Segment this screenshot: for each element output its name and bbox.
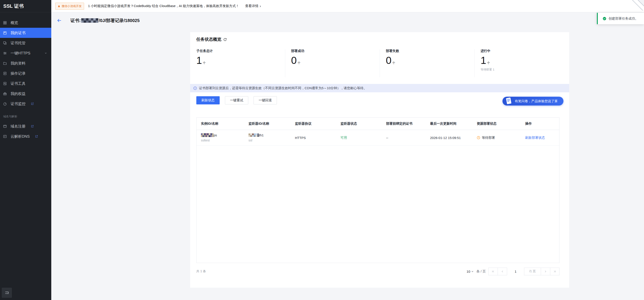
grid-icon xyxy=(3,21,7,25)
cell-instance: ps ssltest xyxy=(196,130,244,146)
certificate-icon xyxy=(3,31,7,35)
page-size-select[interactable]: 10 xyxy=(466,270,474,273)
stat-value: 1 xyxy=(481,55,486,65)
col-deploy-status: 资源部署状态 xyxy=(472,118,521,130)
toast-message: 创建部署任务成功。 xyxy=(608,17,638,21)
cell-protocol: HTTPS xyxy=(290,130,336,146)
col-actions: 操作 xyxy=(521,118,559,130)
cell-previous-cert: -- xyxy=(382,130,426,146)
sidebar-item-my-documents[interactable]: 我的资料 xyxy=(0,58,51,68)
instance-name: ssltest xyxy=(201,139,244,142)
collapse-sidebar-button[interactable] xyxy=(2,288,12,298)
sidebar-group-domains: 域名与解析 xyxy=(0,109,51,121)
deployment-card: 任务状态概览 子任务总计 1个 部署成功 0个 部署失败 0个 进行中 1个 等… xyxy=(190,32,569,288)
gift-icon xyxy=(3,92,7,96)
collapse-sidebar-icon xyxy=(4,290,9,295)
sidebar-item-label: 一键HTTPS xyxy=(10,51,30,56)
total-pages-label: /1 页 xyxy=(524,268,541,275)
chevron-down-icon xyxy=(44,52,47,55)
stat-in-progress: 进行中 1个 等待部署 1 xyxy=(474,49,570,72)
col-listener-id: 监听器ID/名称 xyxy=(244,118,290,130)
info-notice-text: 证书部署到云资源后，还需等待云资源生效（不同云资源生效时间不同，CDN通常为5～… xyxy=(199,86,367,90)
stat-value: 1 xyxy=(196,55,202,65)
sidebar-item-dns[interactable]: 云解析DNS xyxy=(0,131,51,141)
external-link-icon xyxy=(31,125,34,128)
redacted-cert-id xyxy=(81,18,98,23)
refresh-deploy-status-link[interactable]: 刷新部署状态 xyxy=(525,136,545,139)
info-icon xyxy=(193,86,197,90)
col-listener-protocol: 监听器协议 xyxy=(290,118,336,130)
refresh-status-button[interactable]: 刷新状态 xyxy=(196,96,220,104)
cell-action: 刷新部署状态 xyxy=(521,130,559,146)
deployment-table: 实例ID/名称 监听器ID/名称 监听器协议 监听器状态 部署前绑定的证书 最后… xyxy=(196,117,560,263)
sidebar-item-label: 我的权益 xyxy=(10,91,26,96)
promo-banner: 微信小游戏开发 1 小时能搞定微信小游戏开发？CodeBuddy 结合 Clou… xyxy=(51,0,644,12)
sidebar-item-label: 域名注册 xyxy=(10,124,26,129)
sidebar: SSL 证书 概览 我的证书 证书托管 一键HTTPS 我的资料 操作记录 xyxy=(0,0,51,300)
table-header-row: 实例ID/名称 监听器ID/名称 监听器协议 监听器状态 部署前绑定的证书 最后… xyxy=(196,118,559,130)
prev-page-icon xyxy=(501,270,504,273)
sliders-icon xyxy=(3,51,7,55)
sidebar-item-cert-hosting[interactable]: 证书托管 xyxy=(0,38,51,48)
col-listener-status: 监听器状态 xyxy=(336,118,382,130)
sidebar-nav: 概览 我的证书 证书托管 一键HTTPS 我的资料 操作记录 证书工具 xyxy=(0,12,51,141)
corner-decoration xyxy=(628,0,644,11)
first-page-icon xyxy=(492,270,494,273)
survey-button[interactable]: 有奖问卷，产品体验您说了算 xyxy=(502,97,564,106)
sidebar-item-one-click-https[interactable]: 一键HTTPS xyxy=(0,48,51,58)
listener-status-badge: 可用 xyxy=(340,136,347,139)
stat-deploy-success: 部署成功 0个 xyxy=(285,49,380,72)
sidebar-item-label: 证书工具 xyxy=(10,81,26,86)
sidebar-item-domain-registration[interactable]: 域名注册 xyxy=(0,121,51,131)
page-input[interactable] xyxy=(507,268,524,275)
sidebar-item-overview[interactable]: 概览 xyxy=(0,18,51,28)
page-unit-label: 条 / 页 xyxy=(476,269,486,273)
sidebar-item-label: 证书托管 xyxy=(10,41,26,46)
table-row: ps ssltest th1 ssl HTTPS 可用 -- 2026-01-1… xyxy=(196,130,559,146)
tools-icon xyxy=(3,82,7,86)
page-header: 证书: /0J/部署记录/180025 xyxy=(51,12,644,29)
table-footer: 共 1 条 10 条 / 页 /1 页 xyxy=(196,267,560,276)
sidebar-item-label: 我的证书 xyxy=(10,30,26,36)
promo-tag: 微信小游戏开发 xyxy=(55,3,84,10)
prev-page-button[interactable] xyxy=(498,268,507,275)
stat-deploy-failed: 部署失败 0个 xyxy=(380,49,474,72)
sidebar-item-my-benefits[interactable]: 我的权益 xyxy=(0,89,51,99)
sidebar-item-label: 证书监控 xyxy=(10,101,26,106)
sidebar-item-cert-monitor[interactable]: 证书监控 xyxy=(0,99,51,109)
info-notice: 证书部署到云资源后，还需等待云资源生效（不同云资源生效时间不同，CDN通常为5～… xyxy=(190,84,569,92)
back-arrow-icon[interactable] xyxy=(57,18,62,23)
cell-deploy-status: 等待部署 xyxy=(472,130,521,146)
flame-icon xyxy=(58,5,60,8)
check-circle-icon xyxy=(602,17,606,21)
first-page-button[interactable] xyxy=(488,268,498,275)
promo-details-link[interactable]: 查看详情› xyxy=(245,4,261,8)
refresh-icon[interactable] xyxy=(223,38,227,42)
task-stats: 子任务总计 1个 部署成功 0个 部署失败 0个 进行中 1个 等待部署 1 xyxy=(190,49,569,72)
sidebar-item-label: 我的资料 xyxy=(10,61,26,66)
promo-text: 1 小时能搞定微信小游戏开发？CodeBuddy 结合 CloudBase，AI… xyxy=(88,4,239,8)
sidebar-item-cert-tools[interactable]: 证书工具 xyxy=(0,78,51,89)
toolbar: 刷新状态 一键重试 一键回退 xyxy=(196,96,277,104)
rollback-all-button[interactable]: 一键回退 xyxy=(254,96,277,104)
sidebar-item-operation-records[interactable]: 操作记录 xyxy=(0,68,51,78)
next-page-button[interactable] xyxy=(541,268,550,275)
clock-icon xyxy=(477,136,480,139)
redacted-instance-id xyxy=(201,133,214,137)
redacted-listener-id xyxy=(248,133,259,137)
retry-all-button[interactable]: 一键重试 xyxy=(225,96,248,104)
last-page-icon xyxy=(553,270,556,273)
sidebar-item-my-certificates[interactable]: 我的证书 xyxy=(0,28,51,38)
task-status-overview-title: 任务状态概览 xyxy=(196,37,222,42)
external-link-icon xyxy=(31,102,34,105)
col-instance-id: 实例ID/名称 xyxy=(196,118,244,130)
deploy-status-badge: 等待部署 xyxy=(482,136,495,140)
total-count: 共 1 条 xyxy=(196,269,206,273)
pagination: 10 条 / 页 /1 页 xyxy=(466,268,560,275)
browser-icon xyxy=(3,124,7,128)
chevron-right-icon: › xyxy=(260,4,261,8)
last-page-button[interactable] xyxy=(550,268,559,275)
cell-listener: th1 ssl xyxy=(244,130,290,146)
stat-value: 0 xyxy=(291,55,297,65)
success-toast: 创建部署任务成功。 xyxy=(597,13,644,24)
